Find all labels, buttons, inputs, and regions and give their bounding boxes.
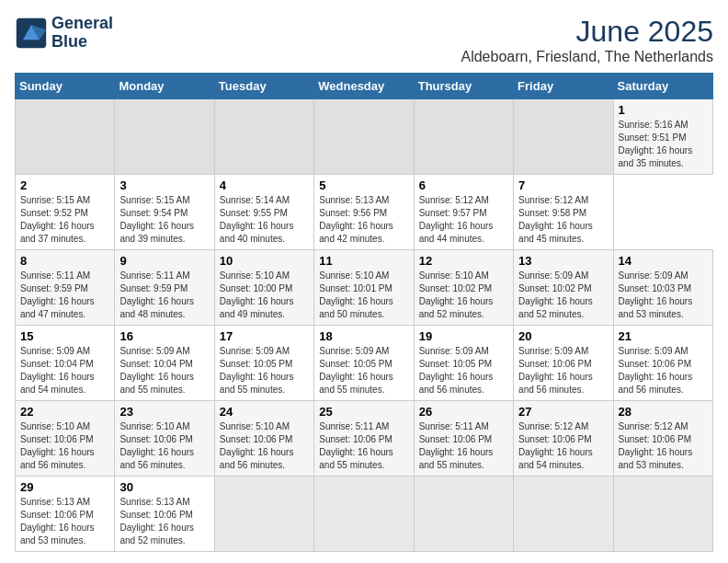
day-cell-27: 27 Sunrise: 5:12 AMSunset: 10:06 PMDayli…: [514, 401, 613, 477]
day-info: Sunrise: 5:10 AMSunset: 10:06 PMDaylight…: [119, 420, 209, 472]
col-header-thursday: Thursday: [414, 74, 513, 99]
day-number: 27: [518, 405, 608, 419]
week-row-3: 15 Sunrise: 5:09 AMSunset: 10:04 PMDayli…: [16, 326, 713, 401]
day-cell-13: 13 Sunrise: 5:09 AMSunset: 10:02 PMDayli…: [514, 250, 613, 326]
day-cell-24: 24 Sunrise: 5:10 AMSunset: 10:06 PMDayli…: [214, 401, 313, 477]
day-number: 6: [419, 178, 508, 192]
day-info: Sunrise: 5:13 AMSunset: 10:06 PMDaylight…: [119, 496, 209, 547]
day-cell-2: 2 Sunrise: 5:15 AMSunset: 9:52 PMDayligh…: [16, 175, 115, 250]
day-info: Sunrise: 5:10 AMSunset: 10:06 PMDaylight…: [20, 420, 109, 472]
day-info: Sunrise: 5:09 AMSunset: 10:04 PMDaylight…: [119, 345, 209, 396]
day-number: 17: [220, 329, 309, 343]
day-info: Sunrise: 5:15 AMSunset: 9:54 PMDaylight:…: [119, 194, 209, 246]
calendar-header-row: SundayMondayTuesdayWednesdayThursdayFrid…: [16, 74, 713, 99]
day-number: 24: [220, 405, 309, 419]
day-info: Sunrise: 5:12 AMSunset: 10:06 PMDaylight…: [518, 420, 608, 472]
day-info: Sunrise: 5:10 AMSunset: 10:01 PMDaylight…: [319, 270, 408, 321]
day-cell-21: 21 Sunrise: 5:09 AMSunset: 10:06 PMDayli…: [613, 326, 712, 401]
empty-cell: [613, 477, 712, 552]
col-header-monday: Monday: [115, 74, 214, 99]
day-number: 18: [319, 329, 408, 343]
day-info: Sunrise: 5:12 AMSunset: 9:58 PMDaylight:…: [518, 194, 608, 246]
logo: General Blue: [15, 15, 113, 52]
day-info: Sunrise: 5:12 AMSunset: 10:06 PMDaylight…: [619, 420, 708, 472]
empty-cell: [16, 99, 115, 175]
day-cell-26: 26 Sunrise: 5:11 AMSunset: 10:06 PMDayli…: [414, 401, 513, 477]
day-number: 23: [119, 405, 209, 419]
header: General Blue June 2025 Aldeboarn, Friesl…: [15, 15, 713, 65]
day-cell-18: 18 Sunrise: 5:09 AMSunset: 10:05 PMDayli…: [314, 326, 414, 401]
day-number: 11: [319, 254, 408, 268]
day-info: Sunrise: 5:09 AMSunset: 10:05 PMDaylight…: [220, 345, 309, 396]
day-number: 1: [619, 103, 708, 117]
day-info: Sunrise: 5:09 AMSunset: 10:04 PMDaylight…: [20, 345, 109, 396]
day-number: 13: [518, 254, 608, 268]
empty-cell: [214, 477, 313, 552]
day-cell-11: 11 Sunrise: 5:10 AMSunset: 10:01 PMDayli…: [314, 250, 414, 326]
day-cell-25: 25 Sunrise: 5:11 AMSunset: 10:06 PMDayli…: [314, 401, 414, 477]
day-number: 12: [419, 254, 508, 268]
day-number: 3: [119, 178, 209, 192]
day-number: 30: [119, 480, 209, 494]
day-number: 29: [20, 480, 109, 494]
col-header-saturday: Saturday: [613, 74, 712, 99]
day-info: Sunrise: 5:13 AMSunset: 10:06 PMDaylight…: [20, 496, 109, 547]
empty-cell: [514, 477, 613, 552]
day-cell-5: 5 Sunrise: 5:13 AMSunset: 9:56 PMDayligh…: [314, 175, 414, 250]
day-cell-28: 28 Sunrise: 5:12 AMSunset: 10:06 PMDayli…: [613, 401, 712, 477]
day-number: 19: [419, 329, 508, 343]
empty-cell: [115, 99, 214, 175]
month-title: June 2025: [461, 15, 713, 49]
day-number: 2: [20, 178, 109, 192]
day-info: Sunrise: 5:16 AMSunset: 9:51 PMDaylight:…: [619, 119, 708, 170]
day-cell-30: 30 Sunrise: 5:13 AMSunset: 10:06 PMDayli…: [115, 477, 214, 552]
day-cell-20: 20 Sunrise: 5:09 AMSunset: 10:06 PMDayli…: [514, 326, 613, 401]
day-number: 8: [20, 254, 109, 268]
day-cell-22: 22 Sunrise: 5:10 AMSunset: 10:06 PMDayli…: [16, 401, 115, 477]
logo-icon: [15, 17, 48, 50]
day-info: Sunrise: 5:09 AMSunset: 10:06 PMDaylight…: [518, 345, 608, 396]
day-info: Sunrise: 5:09 AMSunset: 10:02 PMDaylight…: [518, 270, 608, 321]
day-number: 4: [220, 178, 309, 192]
day-number: 22: [20, 405, 109, 419]
day-cell-7: 7 Sunrise: 5:12 AMSunset: 9:58 PMDayligh…: [514, 175, 613, 250]
day-info: Sunrise: 5:10 AMSunset: 10:02 PMDaylight…: [419, 270, 508, 321]
day-number: 7: [518, 178, 608, 192]
day-info: Sunrise: 5:12 AMSunset: 9:57 PMDaylight:…: [419, 194, 508, 246]
day-number: 10: [220, 254, 309, 268]
day-cell-8: 8 Sunrise: 5:11 AMSunset: 9:59 PMDayligh…: [16, 250, 115, 326]
day-info: Sunrise: 5:09 AMSunset: 10:05 PMDaylight…: [419, 345, 508, 396]
day-cell-17: 17 Sunrise: 5:09 AMSunset: 10:05 PMDayli…: [214, 326, 313, 401]
col-header-sunday: Sunday: [16, 74, 115, 99]
week-row-0: 1 Sunrise: 5:16 AMSunset: 9:51 PMDayligh…: [16, 99, 713, 175]
day-number: 25: [319, 405, 408, 419]
day-cell-23: 23 Sunrise: 5:10 AMSunset: 10:06 PMDayli…: [115, 401, 214, 477]
col-header-friday: Friday: [514, 74, 613, 99]
week-row-5: 29 Sunrise: 5:13 AMSunset: 10:06 PMDayli…: [16, 477, 713, 552]
location-title: Aldeboarn, Friesland, The Netherlands: [461, 49, 713, 65]
day-number: 9: [119, 254, 209, 268]
day-info: Sunrise: 5:11 AMSunset: 9:59 PMDaylight:…: [20, 270, 109, 321]
empty-cell: [414, 99, 513, 175]
day-number: 15: [20, 329, 109, 343]
day-cell-16: 16 Sunrise: 5:09 AMSunset: 10:04 PMDayli…: [115, 326, 214, 401]
day-cell-29: 29 Sunrise: 5:13 AMSunset: 10:06 PMDayli…: [16, 477, 115, 552]
day-cell-1: 1 Sunrise: 5:16 AMSunset: 9:51 PMDayligh…: [613, 99, 712, 175]
day-number: 16: [119, 329, 209, 343]
week-row-1: 2 Sunrise: 5:15 AMSunset: 9:52 PMDayligh…: [16, 175, 713, 250]
day-info: Sunrise: 5:09 AMSunset: 10:03 PMDaylight…: [619, 270, 708, 321]
title-area: June 2025 Aldeboarn, Friesland, The Neth…: [461, 15, 713, 65]
day-cell-12: 12 Sunrise: 5:10 AMSunset: 10:02 PMDayli…: [414, 250, 513, 326]
day-number: 5: [319, 178, 408, 192]
logo-text-line2: Blue: [51, 33, 113, 52]
day-number: 20: [518, 329, 608, 343]
day-info: Sunrise: 5:09 AMSunset: 10:05 PMDaylight…: [319, 345, 408, 396]
day-cell-6: 6 Sunrise: 5:12 AMSunset: 9:57 PMDayligh…: [414, 175, 513, 250]
empty-cell: [514, 99, 613, 175]
day-cell-4: 4 Sunrise: 5:14 AMSunset: 9:55 PMDayligh…: [214, 175, 313, 250]
day-cell-14: 14 Sunrise: 5:09 AMSunset: 10:03 PMDayli…: [613, 250, 712, 326]
empty-cell: [314, 99, 414, 175]
logo-text-line1: General: [51, 15, 113, 33]
empty-cell: [314, 477, 414, 552]
day-info: Sunrise: 5:11 AMSunset: 9:59 PMDaylight:…: [119, 270, 209, 321]
